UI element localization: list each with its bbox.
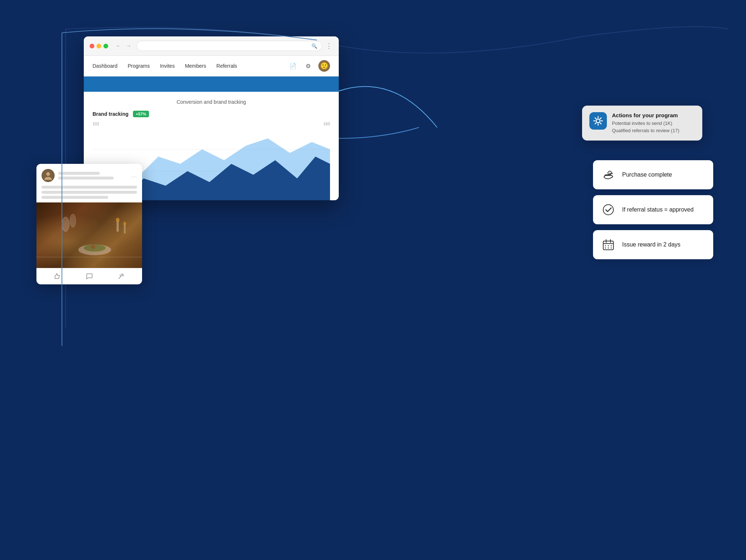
reward-label: Issue reward in 2 days <box>622 241 680 248</box>
more-options-button[interactable]: ⋮ <box>326 42 333 50</box>
maximize-button[interactable] <box>103 44 108 48</box>
svg-point-29 <box>123 222 126 225</box>
social-card-header: … <box>36 164 142 186</box>
actions-title: Actions for your program <box>612 112 679 118</box>
nav-referrals[interactable]: Referrals <box>216 63 237 69</box>
purchase-icon: $ <box>600 167 616 183</box>
svg-point-14 <box>608 245 609 247</box>
workflow-card-reward: Issue reward in 2 days <box>593 230 713 259</box>
social-avatar <box>42 169 55 182</box>
axis-min: 102 <box>93 122 99 126</box>
forward-button[interactable]: → <box>124 42 133 50</box>
nav-programs[interactable]: Programs <box>128 63 150 69</box>
close-button[interactable] <box>90 44 94 48</box>
document-icon[interactable]: 📄 <box>288 61 298 71</box>
svg-point-8 <box>603 205 613 215</box>
nav-dashboard[interactable]: Dashboard <box>93 63 118 69</box>
svg-point-15 <box>611 245 612 247</box>
svg-point-17 <box>608 248 609 249</box>
settings-icon[interactable]: ⚙ <box>303 61 313 71</box>
comment-button[interactable] <box>86 273 93 280</box>
svg-point-16 <box>605 248 606 249</box>
workflow-card-referral: If referral status = approved <box>593 195 713 224</box>
social-sub-line <box>58 177 114 180</box>
gear-settings-icon <box>593 116 603 126</box>
browser-nav: Dashboard Programs Invites Members Refer… <box>84 56 339 76</box>
social-post-image <box>36 202 142 268</box>
actions-text: Actions for your program Potential invit… <box>612 112 679 134</box>
traffic-lights <box>90 44 108 48</box>
purchase-label: Purchase complete <box>622 171 672 178</box>
minimize-button[interactable] <box>97 44 101 48</box>
svg-point-13 <box>605 245 606 247</box>
social-footer <box>36 268 142 284</box>
user-avatar[interactable]: 🙂 <box>318 60 330 72</box>
svg-rect-28 <box>124 224 126 233</box>
axis-max: 160 <box>323 122 330 126</box>
nav-arrows: ← → <box>114 42 133 50</box>
svg-point-27 <box>116 218 119 222</box>
calendar-icon <box>600 237 616 253</box>
workflow-card-purchase: $ Purchase complete <box>593 160 713 189</box>
social-card: … <box>36 164 142 284</box>
nav-icons: 📄 ⚙ 🙂 <box>288 60 330 72</box>
chart-title: Conversion and brand tracking <box>93 99 330 105</box>
social-more-button[interactable]: … <box>131 172 137 179</box>
svg-point-18 <box>611 248 612 249</box>
social-content-line1 <box>42 186 137 189</box>
svg-point-20 <box>62 217 69 232</box>
like-button[interactable] <box>54 273 61 280</box>
nav-invites[interactable]: Invites <box>160 63 174 69</box>
actions-icon-circle <box>589 112 607 130</box>
search-icon: 🔍 <box>311 43 317 49</box>
browser-chrome: ← → 🔍 ⋮ <box>84 36 339 56</box>
social-content-line2 <box>42 191 137 194</box>
svg-point-24 <box>91 245 95 249</box>
social-text-placeholder <box>58 172 127 180</box>
brand-tracking-label: Brand tracking <box>93 111 129 117</box>
chart-axis-labels: 102 160 <box>93 122 330 126</box>
referral-label: If referral status = approved <box>622 206 694 213</box>
svg-point-5 <box>596 119 600 123</box>
svg-point-19 <box>46 172 50 176</box>
check-circle-icon <box>600 202 616 218</box>
blue-banner <box>84 76 339 92</box>
svg-point-21 <box>70 214 76 227</box>
social-name-line <box>58 172 100 175</box>
share-button[interactable] <box>117 273 125 280</box>
actions-line2: Qualified referrals to review (17) <box>612 127 679 134</box>
actions-card: Actions for your program Potential invit… <box>582 106 702 141</box>
social-content-lines <box>36 186 142 202</box>
actions-line1: Potential invites to send (1K) <box>612 120 679 127</box>
address-bar[interactable]: 🔍 <box>137 41 322 51</box>
nav-members[interactable]: Members <box>185 63 206 69</box>
social-content-line3 <box>42 196 108 199</box>
chart-header: Brand tracking +57% <box>93 111 330 117</box>
workflow-cards: $ Purchase complete If referral status =… <box>593 160 713 259</box>
back-button[interactable]: ← <box>114 42 123 50</box>
svg-rect-26 <box>117 221 119 232</box>
chart-badge: +57% <box>133 111 149 117</box>
